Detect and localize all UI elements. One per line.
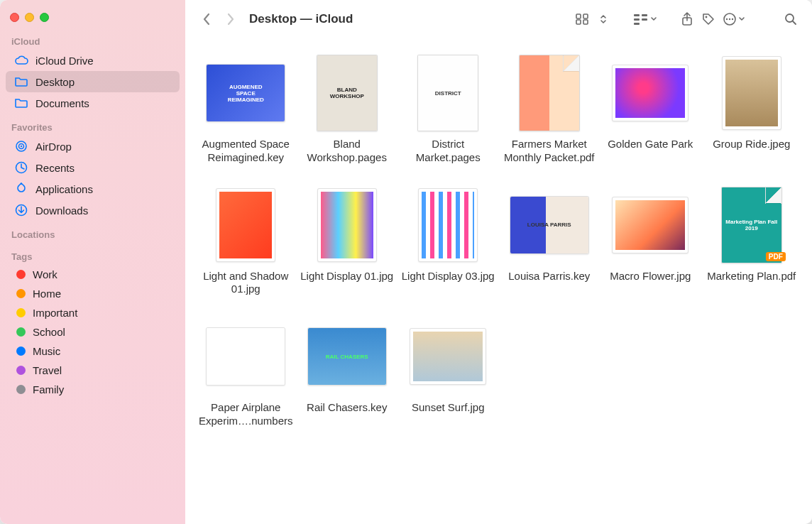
view-options-button[interactable]	[593, 9, 613, 29]
sidebar-item-home[interactable]: Home	[6, 284, 180, 303]
file-item[interactable]: Light and Shadow 01.jpg	[195, 186, 297, 297]
file-label: Augmented Space Reimagined.key	[196, 138, 295, 165]
file-thumbnail	[712, 54, 791, 132]
file-label: Group Ride.jpeg	[713, 138, 790, 151]
svg-rect-13	[642, 18, 647, 21]
sidebar-section-header: iCloud	[0, 35, 185, 50]
sidebar-item-downloads[interactable]: Downloads	[6, 200, 180, 221]
sidebar-item-label: Documents	[35, 97, 171, 109]
group-by-button[interactable]	[630, 9, 660, 29]
file-label: Paper Airplane Experim….numbers	[196, 401, 295, 428]
apps-icon	[14, 182, 28, 196]
folder-icon	[14, 75, 28, 89]
search-button[interactable]	[781, 9, 801, 29]
file-thumbnail	[307, 186, 387, 264]
sidebar-item-music[interactable]: Music	[6, 342, 180, 361]
sidebar-item-label: Downloads	[35, 204, 171, 217]
file-item[interactable]: AUGMENED SPACE REIMAGINEDAugmented Space…	[195, 54, 297, 165]
svg-point-17	[726, 18, 728, 19]
sidebar-item-label: School	[33, 326, 171, 338]
sidebar-item-airdrop[interactable]: AirDrop	[6, 136, 180, 157]
share-button[interactable]	[677, 9, 697, 29]
download-icon	[14, 203, 28, 217]
main-pane: Desktop — iCloud	[185, 0, 812, 524]
file-item[interactable]: Farmers Market Monthly Packet.pdf	[499, 54, 600, 165]
view-icon-button[interactable]	[572, 9, 592, 29]
toolbar: Desktop — iCloud	[185, 0, 812, 38]
file-thumbnail: Marketing Plan Fall 2019PDF	[712, 186, 791, 264]
sidebar-item-travel[interactable]: Travel	[6, 361, 180, 380]
file-label: Sunset Surf.jpg	[412, 401, 485, 415]
sidebar-item-label: Work	[33, 268, 171, 280]
maximize-button[interactable]	[40, 13, 49, 22]
file-thumbnail	[206, 317, 285, 395]
sidebar-section-header: Tags	[0, 250, 185, 265]
file-thumbnail	[610, 54, 690, 132]
file-item[interactable]: BLAND WORKSHOPBland Workshop.pages	[297, 54, 398, 165]
sidebar-item-label: AirDrop	[35, 141, 171, 153]
nav-forward-button[interactable]	[221, 9, 241, 29]
file-thumbnail	[408, 186, 488, 264]
svg-rect-5	[576, 14, 581, 18]
tag-dot-icon	[16, 385, 26, 394]
svg-point-19	[732, 18, 733, 19]
sidebar: iCloudiCloud DriveDesktopDocumentsFavori…	[0, 0, 185, 524]
sidebar-item-label: Applications	[35, 183, 171, 195]
file-item[interactable]: DISTRICTDistrict Market.pages	[397, 54, 499, 165]
sidebar-item-label: Family	[33, 383, 171, 395]
sidebar-item-icloud-drive[interactable]: iCloud Drive	[6, 50, 180, 71]
sidebar-item-family[interactable]: Family	[6, 380, 180, 399]
window-controls	[0, 7, 185, 35]
airdrop-icon	[14, 139, 28, 153]
file-label: District Market.pages	[398, 138, 498, 165]
file-thumbnail: AUGMENED SPACE REIMAGINED	[206, 54, 285, 132]
file-label: Golden Gate Park	[608, 138, 693, 151]
sidebar-item-documents[interactable]: Documents	[6, 92, 180, 114]
file-thumbnail: RAIL CHASERS	[307, 317, 387, 395]
action-menu-button[interactable]	[720, 9, 748, 29]
svg-rect-9	[634, 14, 640, 16]
sidebar-item-important[interactable]: Important	[6, 303, 180, 322]
sidebar-item-label: Travel	[33, 364, 171, 376]
minimize-button[interactable]	[25, 13, 34, 22]
tag-dot-icon	[16, 327, 26, 337]
file-item[interactable]: Paper Airplane Experim….numbers	[195, 317, 297, 428]
file-label: Marketing Plan.pdf	[707, 270, 796, 283]
file-item[interactable]: Light Display 01.jpg	[297, 186, 398, 297]
file-thumbnail	[510, 54, 589, 132]
close-button[interactable]	[10, 13, 19, 22]
file-item[interactable]: LOUISA PARRISLouisa Parris.key	[499, 186, 600, 297]
svg-rect-11	[634, 23, 640, 25]
sidebar-item-applications[interactable]: Applications	[6, 178, 180, 200]
nav-back-button[interactable]	[197, 9, 216, 29]
svg-point-18	[729, 18, 730, 19]
tags-button[interactable]	[698, 9, 718, 29]
sidebar-item-desktop[interactable]: Desktop	[6, 71, 180, 92]
file-item[interactable]: Golden Gate Park	[600, 54, 701, 165]
sidebar-item-label: Desktop	[35, 76, 171, 88]
file-thumbnail: DISTRICT	[408, 54, 488, 132]
folder-icon	[14, 96, 28, 110]
file-item[interactable]: Marketing Plan Fall 2019PDFMarketing Pla…	[701, 186, 803, 297]
sidebar-item-label: Home	[33, 288, 171, 300]
file-label: Bland Workshop.pages	[297, 138, 397, 165]
file-item[interactable]: Sunset Surf.jpg	[397, 317, 499, 428]
svg-rect-7	[576, 20, 581, 24]
file-thumbnail	[408, 317, 488, 395]
sidebar-item-recents[interactable]: Recents	[6, 157, 180, 178]
file-item[interactable]: Group Ride.jpeg	[701, 54, 803, 165]
file-label: Macro Flower.jpg	[610, 270, 691, 283]
sidebar-item-label: Important	[33, 307, 171, 319]
file-item[interactable]: Light Display 03.jpg	[397, 186, 499, 297]
sidebar-item-label: Recents	[35, 162, 171, 174]
svg-rect-12	[642, 14, 647, 16]
sidebar-item-school[interactable]: School	[6, 322, 180, 342]
file-item[interactable]: Macro Flower.jpg	[600, 186, 701, 297]
sidebar-item-work[interactable]: Work	[6, 265, 180, 284]
file-item[interactable]: RAIL CHASERSRail Chasers.key	[297, 317, 398, 428]
file-grid: AUGMENED SPACE REIMAGINEDAugmented Space…	[185, 38, 812, 524]
tag-dot-icon	[16, 270, 26, 279]
finder-window: iCloudiCloud DriveDesktopDocumentsFavori…	[0, 0, 812, 524]
file-label: Light Display 01.jpg	[300, 270, 393, 283]
sidebar-section-header: Favorites	[0, 121, 185, 136]
